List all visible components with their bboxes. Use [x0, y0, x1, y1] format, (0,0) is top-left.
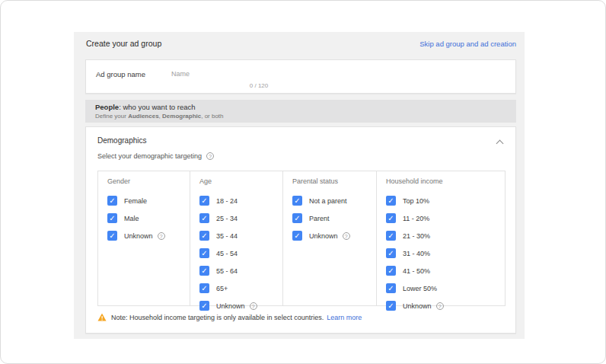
checkbox-label: Unknown: [309, 232, 338, 240]
checkbox-label: 18 - 24: [216, 197, 238, 205]
demographic-targeting-label: Select your demographic targeting: [97, 152, 202, 160]
checkbox-label: Unknown: [403, 302, 432, 310]
people-sub-suffix: , or both: [201, 113, 223, 120]
checkbox-checked[interactable]: ✓: [199, 231, 209, 241]
ad-group-name-card: Ad group name 0 / 120: [85, 59, 516, 94]
checkbox-label: Unknown: [124, 232, 153, 240]
checkbox-label: 41 - 50%: [403, 267, 430, 275]
checkbox-row-household-income-top-10[interactable]: ✓Top 10%: [386, 192, 500, 209]
checkbox-label: Lower 50%: [403, 285, 437, 292]
demographics-table: Gender✓Female✓Male✓Unknown?Age✓18 - 24✓2…: [97, 171, 506, 306]
column-header-age: Age: [199, 177, 278, 185]
ad-group-name-field: 0 / 120: [171, 65, 346, 89]
help-icon[interactable]: ?: [343, 232, 350, 240]
checkbox-row-parental-status-parent[interactable]: ✓Parent: [292, 209, 372, 227]
checkbox-label: 11 - 20%: [403, 215, 429, 222]
checkbox-row-parental-status-not-a-parent[interactable]: ✓Not a parent: [292, 192, 372, 209]
checkbox-row-parental-status-unknown[interactable]: ✓Unknown?: [292, 227, 372, 244]
checkbox-row-gender-female[interactable]: ✓Female: [107, 192, 185, 209]
checkbox-checked[interactable]: ✓: [292, 213, 302, 223]
checkbox-label: Male: [124, 215, 139, 222]
help-icon[interactable]: ?: [250, 302, 257, 310]
ad-group-creation-panel: Create your ad group Skip ad group and a…: [74, 32, 525, 339]
checkbox-label: Not a parent: [309, 197, 347, 205]
column-header-parental-status: Parental status: [292, 177, 372, 185]
checkbox-checked[interactable]: ✓: [386, 231, 396, 241]
checkbox-row-age-55-64[interactable]: ✓55 - 64: [199, 262, 278, 279]
checkbox-checked[interactable]: ✓: [199, 248, 209, 258]
checkbox-label: 31 - 40%: [403, 250, 430, 257]
help-icon[interactable]: ?: [436, 302, 444, 310]
warning-icon: [97, 313, 107, 321]
page-title: Create your ad group: [86, 39, 161, 48]
checkbox-checked[interactable]: ✓: [386, 196, 396, 206]
checkbox-checked[interactable]: ✓: [386, 213, 396, 223]
checkbox-checked[interactable]: ✓: [386, 283, 396, 293]
checkbox-checked[interactable]: ✓: [386, 248, 396, 258]
checkbox-checked[interactable]: ✓: [386, 266, 396, 276]
checkbox-label: Parent: [309, 215, 330, 222]
checkbox-label: 21 - 30%: [403, 232, 430, 240]
chevron-up-icon: [496, 140, 504, 148]
collapse-section-button[interactable]: [495, 137, 506, 148]
demo-column-household-income: Household income✓Top 10%✓11 - 20%✓21 - 3…: [377, 171, 505, 305]
checkbox-row-household-income-41-50[interactable]: ✓41 - 50%: [386, 262, 500, 279]
checkbox-row-age-18-24[interactable]: ✓18 - 24: [199, 192, 278, 209]
character-counter: 0 / 120: [171, 82, 346, 89]
people-sub-audiences: Audiences: [128, 113, 158, 120]
household-income-note: Note: Household income targeting is only…: [97, 313, 362, 321]
checkbox-label: 45 - 54: [216, 250, 238, 257]
demo-column-age: Age✓18 - 24✓25 - 34✓35 - 44✓45 - 54✓55 -…: [190, 171, 283, 305]
people-section-header: People: who you want to reach Define you…: [85, 100, 516, 123]
checkbox-row-age-unknown[interactable]: ✓Unknown?: [199, 297, 278, 315]
demographics-title: Demographics: [97, 136, 146, 145]
checkbox-row-gender-unknown[interactable]: ✓Unknown?: [107, 227, 185, 244]
people-section-title: People: who you want to reach: [95, 103, 196, 111]
checkbox-label: 25 - 34: [216, 215, 238, 222]
ad-group-name-label: Ad group name: [96, 70, 145, 78]
column-header-gender: Gender: [107, 177, 185, 185]
people-title-rest: : who you want to reach: [119, 103, 195, 111]
checkbox-label: 35 - 44: [216, 232, 238, 240]
checkbox-row-household-income-21-30[interactable]: ✓21 - 30%: [386, 227, 500, 244]
learn-more-link[interactable]: Learn more: [327, 314, 362, 321]
checkbox-row-household-income-unknown[interactable]: ✓Unknown?: [386, 297, 500, 315]
people-sub-prefix: Define your: [95, 113, 128, 120]
checkbox-checked[interactable]: ✓: [292, 231, 302, 241]
checkbox-checked[interactable]: ✓: [199, 266, 209, 276]
checkbox-row-age-35-44[interactable]: ✓35 - 44: [199, 227, 278, 244]
checkbox-checked[interactable]: ✓: [199, 301, 209, 311]
demographics-card: Demographics Select your demographic tar…: [85, 126, 516, 334]
checkbox-checked[interactable]: ✓: [386, 301, 396, 311]
checkbox-label: Top 10%: [403, 197, 429, 205]
checkbox-row-household-income-11-20[interactable]: ✓11 - 20%: [386, 209, 500, 227]
demo-column-parental-status: Parental status✓Not a parent✓Parent✓Unkn…: [283, 171, 377, 305]
checkbox-row-household-income-31-40[interactable]: ✓31 - 40%: [386, 244, 500, 262]
checkbox-row-household-income-lower-50[interactable]: ✓Lower 50%: [386, 279, 500, 297]
demo-column-gender: Gender✓Female✓Male✓Unknown?: [98, 171, 190, 305]
checkbox-checked[interactable]: ✓: [199, 283, 209, 293]
checkbox-row-age-25-34[interactable]: ✓25 - 34: [199, 209, 278, 227]
checkbox-label: 65+: [216, 285, 228, 292]
checkbox-checked[interactable]: ✓: [107, 213, 117, 223]
checkbox-row-age-65[interactable]: ✓65+: [199, 279, 278, 297]
people-section-subtitle: Define your Audiences, Demographic, or b…: [95, 113, 224, 120]
note-text: Note: Household income targeting is only…: [111, 314, 324, 321]
column-header-household-income: Household income: [386, 177, 500, 185]
checkbox-label: Female: [124, 197, 147, 205]
checkbox-checked[interactable]: ✓: [199, 213, 209, 223]
people-sub-demographic: Demographic: [162, 113, 201, 120]
checkbox-checked[interactable]: ✓: [107, 196, 117, 206]
demographic-targeting-subtitle: Select your demographic targeting ?: [97, 152, 214, 160]
checkbox-row-gender-male[interactable]: ✓Male: [107, 209, 185, 227]
checkbox-row-age-45-54[interactable]: ✓45 - 54: [199, 244, 278, 262]
checkbox-label: 55 - 64: [216, 267, 238, 275]
ad-group-name-input[interactable]: [171, 69, 346, 79]
help-icon[interactable]: ?: [206, 152, 214, 160]
help-icon[interactable]: ?: [158, 232, 165, 240]
checkbox-checked[interactable]: ✓: [292, 196, 302, 206]
checkbox-checked[interactable]: ✓: [107, 231, 117, 241]
skip-ad-group-link[interactable]: Skip ad group and ad creation: [419, 40, 516, 48]
checkbox-checked[interactable]: ✓: [199, 196, 209, 206]
people-title-bold: People: [95, 103, 119, 111]
